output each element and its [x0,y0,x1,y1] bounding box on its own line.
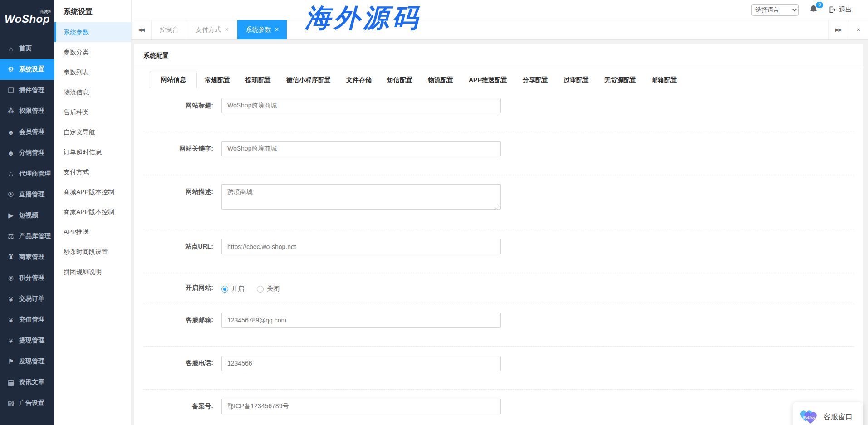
subnav-item-param-category[interactable]: 参数分类 [54,42,131,62]
sidebar-item-label: 充值管理 [19,316,44,324]
config-tab-email[interactable]: 邮箱配置 [644,72,685,88]
secondary-sidebar: 系统设置 系统参数 参数分类 参数列表 物流信息 售后种类 自定义导航 订单超时… [54,0,132,425]
site-url-input[interactable] [221,239,501,254]
page-tabbar: ◀◀ 控制台 支付方式✕ 系统参数✕ ▶▶ ✕ [132,20,868,40]
close-icon: ✕ [857,27,860,32]
subnav-item-aftersale-types[interactable]: 售后种类 [54,102,131,122]
site-enabled-off-radio[interactable]: 关闭 [257,285,280,293]
sidebar-item-live[interactable]: ✇直播管理 [0,184,54,205]
subnav-item-param-list[interactable]: 参数列表 [54,62,131,82]
sidebar-item-discover[interactable]: ⚑发现管理 [0,351,54,372]
config-tab-no-supply[interactable]: 无货源配置 [597,72,644,88]
subnav-item-flashsale-time[interactable]: 秒杀时间段设置 [54,242,131,262]
brand-logo[interactable]: WoShop 商城® [0,0,54,38]
home-icon: ⌂ [7,45,15,53]
service-phone-input[interactable] [221,356,501,371]
sidebar-item-label: 提现管理 [19,337,44,345]
config-tab-wechat-miniprogram[interactable]: 微信小程序配置 [279,72,338,88]
sidebar-item-home[interactable]: ⌂首页 [0,38,54,59]
config-tab-file-storage[interactable]: 文件存储 [338,72,379,88]
tab-close-icon[interactable]: ✕ [225,27,229,33]
tab-close-icon[interactable]: ✕ [275,27,279,33]
sidebar-item-permissions[interactable]: ⁂权限管理 [0,101,54,122]
card-title: 系统配置 [134,44,863,67]
sidebar-item-label: 系统设置 [19,65,44,73]
sidebar-item-label: 插件管理 [19,86,44,94]
config-tabs: 网站信息 常规配置 提现配置 微信小程序配置 文件存储 短信配置 物流配置 AP… [143,71,854,88]
logout-button[interactable]: 退出 [829,6,852,14]
tabs-scroll-left-button[interactable]: ◀◀ [132,20,152,39]
config-tab-logistics[interactable]: 物流配置 [420,72,461,88]
site-enabled-on-radio[interactable]: 开启 [221,285,244,293]
site-keywords-input[interactable] [221,141,501,156]
config-tab-app-push[interactable]: APP推送配置 [461,72,515,88]
sidebar-item-merchants[interactable]: ♜商家管理 [0,247,54,268]
subnav-item-merchant-app-version[interactable]: 商家APP版本控制 [54,202,131,222]
subnav-item-custom-nav[interactable]: 自定义导航 [54,122,131,142]
sidebar-item-label: 产品库管理 [19,232,51,240]
config-tab-sms[interactable]: 短信配置 [379,72,420,88]
language-select[interactable]: 选择语言 [751,4,799,16]
subnav-item-payment-methods[interactable]: 支付方式 [54,162,131,182]
video-camera-icon: ✇ [7,191,15,199]
users-icon: ☻ [7,128,15,136]
field-label: 站点URL: [143,239,213,251]
subnav-item-logistics-info[interactable]: 物流信息 [54,82,131,102]
site-description-textarea[interactable]: 跨境商城 [221,184,501,210]
tabbar-spacer [287,20,828,39]
sidebar-item-label: 发现管理 [19,357,44,366]
tab-console[interactable]: 控制台 [152,20,187,39]
logout-icon [829,6,836,14]
sidebar-item-points[interactable]: ℗积分管理 [0,268,54,288]
config-tab-site-info[interactable]: 网站信息 [150,71,197,88]
subnav-item-order-timeout[interactable]: 订单超时信息 [54,142,131,162]
config-tab-review[interactable]: 过审配置 [556,72,597,88]
flag-icon: ⚑ [7,357,15,366]
sidebar-item-system-settings[interactable]: ⚙系统设置 [0,59,54,80]
sidebar-item-agents[interactable]: ∴代理商管理 [0,163,54,184]
radio-option-label: 关闭 [267,285,280,293]
sidebar-item-members[interactable]: ☻会员管理 [0,122,54,142]
tab-payment-methods[interactable]: 支付方式✕ [187,20,237,39]
service-email-input[interactable] [221,313,501,328]
sidebar-item-label: 交易订单 [19,295,44,303]
tabs-close-all-button[interactable]: ✕ [848,20,868,39]
config-tab-withdraw[interactable]: 提现配置 [238,72,279,88]
tab-system-params[interactable]: 系统参数✕ [237,20,287,39]
sidebar-item-label: 短视频 [19,211,38,220]
subnav-item-mall-app-version[interactable]: 商城APP版本控制 [54,182,131,202]
sidebar-item-label: 代理商管理 [19,170,51,178]
sidebar-item-distribution[interactable]: ☻分销管理 [0,142,54,163]
brand-tag: 商城® [39,9,51,15]
sidebar-item-withdraw[interactable]: ¥提现管理 [0,330,54,351]
sidebar-item-recharge[interactable]: ¥充值管理 [0,309,54,330]
customer-service-widget[interactable]: WoShop 客服窗口 [793,402,863,425]
sidebar-item-label: 商家管理 [19,253,44,261]
tabs-scroll-right-button[interactable]: ▶▶ [828,20,848,39]
admin-app: WoShop 商城® ⌂首页 ⚙系统设置 ❒插件管理 ⁂权限管理 ☻会员管理 ☻… [0,0,868,425]
subnav-item-system-params[interactable]: 系统参数 [54,22,131,42]
config-tab-general[interactable]: 常规配置 [197,72,238,88]
subnav-item-app-push[interactable]: APP推送 [54,222,131,242]
sidebar-item-label: 广告设置 [19,399,44,407]
sidebar-item-ads[interactable]: ▨广告设置 [0,393,54,414]
config-tab-share[interactable]: 分享配置 [515,72,556,88]
notification-bell[interactable]: 0 [809,5,818,15]
sidebar-item-plugins[interactable]: ❒插件管理 [0,80,54,101]
field-label: 客服邮箱: [143,313,213,324]
form-row-icp-number: 备案号: [143,389,854,425]
sidebar-item-short-video[interactable]: ▶短视频 [0,205,54,226]
field-label: 客服电话: [143,356,213,367]
sidebar-item-label: 分销管理 [19,149,44,157]
card-body: 网站信息 常规配置 提现配置 微信小程序配置 文件存储 短信配置 物流配置 AP… [134,67,863,425]
sidebar-item-label: 积分管理 [19,274,44,282]
sidebar-item-orders[interactable]: ¥交易订单 [0,288,54,309]
woshop-heart-logo-icon: WoShop [799,409,818,425]
icp-number-input[interactable] [221,399,501,414]
site-title-input[interactable] [221,98,501,113]
sidebar-item-product-library[interactable]: ⚖产品库管理 [0,226,54,247]
subnav-item-groupbuy-rules[interactable]: 拼团规则说明 [54,262,131,282]
sidebar-item-articles[interactable]: ▤资讯文章 [0,372,54,393]
form-row-site-url: 站点URL: [143,230,854,273]
yen-icon: ¥ [7,337,15,345]
